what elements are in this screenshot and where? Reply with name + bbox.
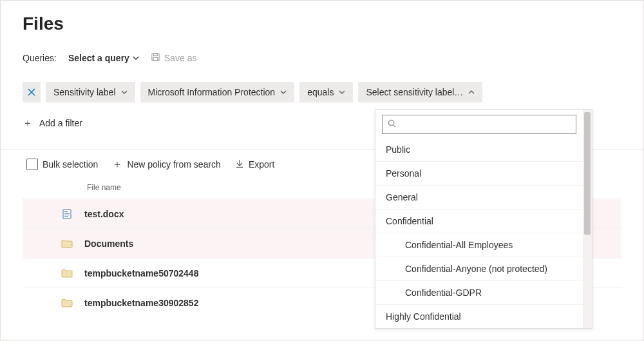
- filter-value-label: Select sensitivity label…: [366, 87, 463, 97]
- sensitivity-label-dropdown: PublicPersonalGeneralConfidentialConfide…: [375, 109, 592, 329]
- save-as-label: Save as: [164, 53, 197, 63]
- dropdown-option[interactable]: Highly Confidential: [375, 304, 583, 328]
- export-button[interactable]: Export: [235, 159, 274, 170]
- dropdown-option[interactable]: Confidential-Anyone (not protected): [375, 257, 583, 280]
- new-policy-label: New policy from search: [127, 159, 221, 170]
- svg-rect-8: [64, 211, 68, 212]
- filter-attribute-label: Sensitivity label: [53, 87, 116, 97]
- new-policy-button[interactable]: ＋ New policy from search: [112, 159, 221, 170]
- query-selector-text: Select a query: [68, 53, 129, 63]
- export-label: Export: [249, 159, 274, 170]
- dropdown-search-input[interactable]: [400, 119, 571, 130]
- file-name-cell: Documents: [84, 239, 133, 249]
- remove-filter-button[interactable]: [23, 82, 41, 102]
- save-as-button[interactable]: Save as: [151, 52, 197, 64]
- svg-rect-9: [64, 213, 70, 213]
- save-icon: [151, 52, 160, 64]
- queries-label: Queries:: [23, 53, 57, 63]
- filter-value-pill[interactable]: Select sensitivity label…: [358, 82, 482, 102]
- close-icon: [28, 88, 35, 96]
- chevron-down-icon: [121, 89, 128, 95]
- svg-line-13: [393, 125, 395, 127]
- filter-provider-label: Microsoft Information Protection: [148, 87, 276, 97]
- page-title: Files: [23, 14, 621, 34]
- filter-pill-row: Sensitivity label Microsoft Information …: [23, 82, 621, 102]
- dropdown-option[interactable]: General: [375, 185, 583, 209]
- bulk-selection-toggle[interactable]: Bulk selection: [26, 159, 98, 170]
- svg-point-12: [388, 120, 393, 125]
- filter-attribute-pill[interactable]: Sensitivity label: [46, 82, 135, 102]
- plus-icon: ＋: [112, 159, 122, 170]
- document-icon: [61, 209, 73, 219]
- dropdown-option[interactable]: Confidential: [375, 209, 583, 233]
- plus-icon: ＋: [23, 118, 33, 128]
- dropdown-option[interactable]: Confidential-All Employees: [375, 233, 583, 257]
- folder-icon: [61, 239, 73, 248]
- svg-rect-10: [64, 215, 70, 215]
- scrollbar-thumb[interactable]: [584, 112, 591, 235]
- query-selector[interactable]: Select a query: [68, 53, 139, 63]
- dropdown-search[interactable]: [382, 115, 576, 134]
- dropdown-option[interactable]: Confidential-GDPR: [375, 280, 583, 304]
- dropdown-scrollbar[interactable]: [583, 110, 592, 328]
- svg-rect-7: [63, 209, 71, 219]
- svg-rect-11: [64, 216, 68, 217]
- checkbox-icon: [26, 159, 38, 170]
- bulk-selection-label: Bulk selection: [43, 159, 98, 170]
- filter-operator-label: equals: [307, 87, 334, 97]
- dropdown-option[interactable]: Personal: [375, 161, 583, 185]
- file-name-cell: test.docx: [84, 209, 124, 219]
- filter-provider-pill[interactable]: Microsoft Information Protection: [140, 82, 295, 102]
- folder-icon: [61, 298, 73, 307]
- svg-rect-1: [154, 54, 158, 56]
- file-name-cell: tempbucketname30902852: [84, 298, 198, 308]
- dropdown-option[interactable]: Public: [375, 138, 583, 161]
- download-icon: [235, 159, 244, 170]
- chevron-up-icon: [468, 89, 475, 95]
- search-icon: [388, 119, 396, 130]
- add-filter-label: Add a filter: [39, 118, 82, 128]
- chevron-down-icon: [280, 89, 287, 95]
- file-name-cell: tempbucketname50702448: [84, 268, 198, 278]
- chevron-down-icon: [133, 53, 139, 63]
- svg-rect-2: [153, 57, 158, 61]
- chevron-down-icon: [339, 89, 345, 95]
- filter-operator-pill[interactable]: equals: [299, 82, 353, 102]
- folder-icon: [61, 269, 73, 278]
- svg-rect-0: [152, 54, 159, 61]
- queries-bar: Queries: Select a query Save as: [23, 52, 621, 64]
